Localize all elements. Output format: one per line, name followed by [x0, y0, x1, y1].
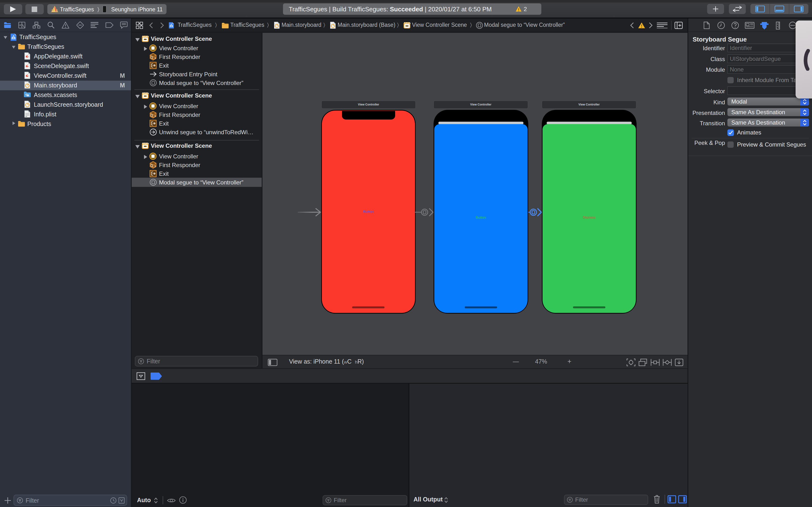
svg-text:1: 1 [154, 114, 156, 117]
svg-text:1: 1 [154, 165, 156, 168]
svg-text:1: 1 [154, 56, 156, 59]
